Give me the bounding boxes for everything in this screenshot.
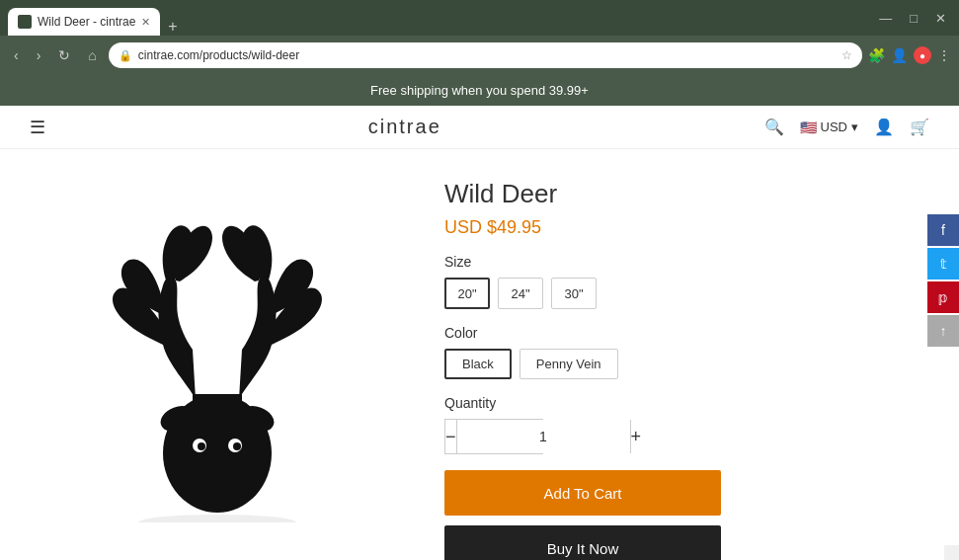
main-layout: Wild Deer USD $49.95 Size 20" 24" 30" Co… [0,149,959,560]
tab-close-button[interactable]: ✕ [141,16,150,29]
quantity-control: − 1 + [444,419,543,454]
size-label: Size [444,254,929,270]
product-shadow [138,515,296,522]
ext-icon-red[interactable]: ● [914,46,931,64]
menu-button[interactable]: ⋮ [937,47,951,63]
deer-silhouette [113,225,322,513]
page-content: Free shipping when you spend 39.99+ ☰ ci… [0,75,959,560]
new-tab-button[interactable]: + [162,18,183,36]
social-sidebar: f 𝕥 𝕡 ↑ [927,214,959,347]
close-button[interactable]: ✕ [930,9,951,28]
quantity-label: Quantity [444,395,929,411]
active-tab[interactable]: Wild Deer - cintrae ✕ [8,8,160,36]
svg-point-7 [198,442,205,450]
tab-favicon [18,15,32,29]
home-button[interactable]: ⌂ [82,44,102,66]
reload-button[interactable]: ↻ [52,44,76,66]
quantity-input[interactable]: 1 [456,420,631,453]
profile-button[interactable]: 👤 [891,47,908,63]
flag-icon: 🇺🇸 [800,120,817,135]
buy-now-button[interactable]: Buy It Now [444,525,721,560]
chevron-down-icon: ▾ [851,120,858,134]
lock-icon: 🔒 [119,49,132,62]
cart-icon[interactable]: 🛒 [910,118,929,136]
color-options: Black Penny Vein [444,349,929,379]
quantity-decrease-button[interactable]: − [445,420,456,453]
header-left: ☰ [30,117,45,138]
twitter-sidebar-button[interactable]: 𝕥 [927,248,959,280]
product-title: Wild Deer [444,179,929,209]
size-button-20[interactable]: 20" [444,278,490,309]
size-options: 20" 24" 30" [444,278,929,309]
extensions-button[interactable]: 🧩 [868,47,885,63]
window-controls: — □ ✕ [874,9,951,28]
site-logo[interactable]: cintrae [368,116,441,138]
tab-title: Wild Deer - cintrae [38,15,135,29]
addressbar: ‹ › ↻ ⌂ 🔒 cintrae.com/products/wild-deer… [0,36,959,75]
currency-selector[interactable]: 🇺🇸 USD ▾ [800,120,858,135]
add-to-cart-button[interactable]: Add To Cart [444,470,721,516]
facebook-sidebar-button[interactable]: f [927,214,959,246]
announcement-bar: Free shipping when you spend 39.99+ [0,75,959,106]
account-icon[interactable]: 👤 [874,118,894,136]
color-button-penny-vein[interactable]: Penny Vein [519,349,618,379]
quantity-increase-button[interactable]: + [631,420,642,453]
announcement-text: Free shipping when you spend 39.99+ [370,83,589,98]
scrollbar-corner [944,545,959,560]
titlebar: Wild Deer - cintrae ✕ + — □ ✕ [0,0,959,36]
hamburger-menu[interactable]: ☰ [30,117,45,138]
url-text: cintrae.com/products/wild-deer [138,48,836,62]
product-price: USD $49.95 [444,217,929,238]
site-header: ☰ cintrae 🔍 🇺🇸 USD ▾ 👤 🛒 [0,106,959,149]
color-label: Color [444,325,929,341]
search-icon[interactable]: 🔍 [764,118,784,136]
product-details: Wild Deer USD $49.95 Size 20" 24" 30" Co… [444,169,929,540]
address-bar[interactable]: 🔒 cintrae.com/products/wild-deer ☆ [109,42,862,68]
currency-text: USD [821,120,847,134]
product-image [49,187,385,522]
product-image-area [30,169,405,540]
header-right: 🔍 🇺🇸 USD ▾ 👤 🛒 [764,118,929,136]
color-button-black[interactable]: Black [444,349,512,379]
svg-rect-1 [193,394,242,434]
size-button-30[interactable]: 30" [551,278,597,309]
bookmark-icon[interactable]: ☆ [841,48,852,62]
svg-point-8 [233,442,241,450]
toolbar-icons: 🧩 👤 ● ⋮ [868,46,951,64]
maximize-button[interactable]: □ [905,9,922,28]
minimize-button[interactable]: — [874,9,897,28]
svg-point-4 [190,456,245,500]
tab-bar: Wild Deer - cintrae ✕ + [8,0,868,36]
back-button[interactable]: ‹ [8,44,25,66]
share-sidebar-button[interactable]: ↑ [927,315,959,347]
forward-button[interactable]: › [31,44,47,66]
browser-frame: Wild Deer - cintrae ✕ + — □ ✕ ‹ › ↻ ⌂ 🔒 … [0,0,959,560]
size-button-24[interactable]: 24" [498,278,543,309]
pinterest-sidebar-button[interactable]: 𝕡 [927,281,959,313]
